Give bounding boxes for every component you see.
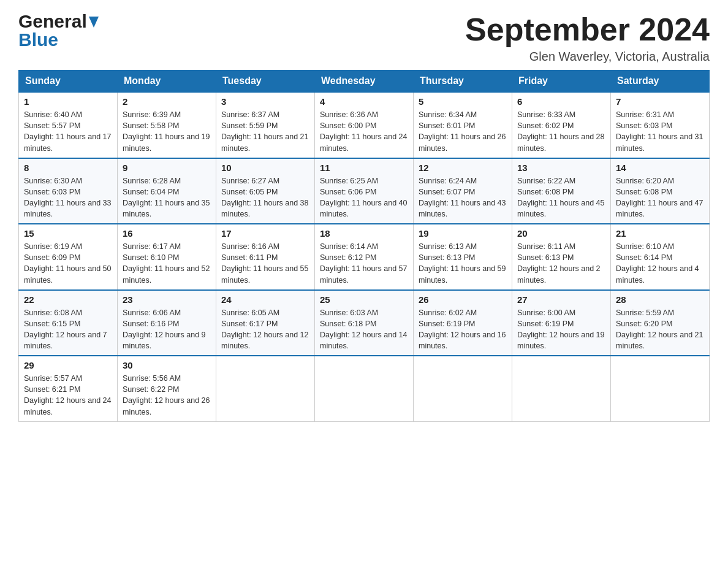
cell-sun-info: Sunrise: 6:33 AMSunset: 6:02 PMDaylight:… <box>517 109 605 154</box>
logo-blue-text: Blue <box>18 29 58 50</box>
cell-day-number: 18 <box>320 228 408 239</box>
calendar-table: Sunday Monday Tuesday Wednesday Thursday… <box>18 70 710 422</box>
cell-day-number: 10 <box>221 163 309 173</box>
cell-day-number: 2 <box>123 96 211 107</box>
cell-day-number: 20 <box>517 228 605 239</box>
cell-day-number: 30 <box>123 360 211 370</box>
cell-sun-info: Sunrise: 5:56 AMSunset: 6:22 PMDaylight:… <box>123 373 211 418</box>
table-row: 6Sunrise: 6:33 AMSunset: 6:02 PMDaylight… <box>512 92 611 158</box>
table-row: 20Sunrise: 6:11 AMSunset: 6:13 PMDayligh… <box>512 224 611 290</box>
title-block: September 2024 Glen Waverley, Victoria, … <box>465 12 710 64</box>
table-row <box>611 356 710 421</box>
table-row: 27Sunrise: 6:00 AMSunset: 6:19 PMDayligh… <box>512 290 611 356</box>
cell-day-number: 3 <box>221 96 309 107</box>
cell-sun-info: Sunrise: 6:08 AMSunset: 6:15 PMDaylight:… <box>24 307 112 352</box>
col-wednesday: Wednesday <box>315 71 414 93</box>
cell-day-number: 23 <box>123 294 211 305</box>
table-row: 16Sunrise: 6:17 AMSunset: 6:10 PMDayligh… <box>118 224 216 290</box>
col-monday: Monday <box>118 71 216 93</box>
cell-day-number: 24 <box>221 294 309 305</box>
cell-sun-info: Sunrise: 6:03 AMSunset: 6:18 PMDaylight:… <box>320 307 408 352</box>
table-row: 10Sunrise: 6:27 AMSunset: 6:05 PMDayligh… <box>216 158 315 224</box>
cell-sun-info: Sunrise: 6:36 AMSunset: 6:00 PMDaylight:… <box>320 109 408 154</box>
cell-sun-info: Sunrise: 6:37 AMSunset: 5:59 PMDaylight:… <box>221 109 309 154</box>
table-row <box>216 356 315 421</box>
logo-general-text: General <box>18 12 87 31</box>
cell-day-number: 28 <box>616 294 704 305</box>
cell-day-number: 11 <box>320 163 408 173</box>
cell-day-number: 12 <box>419 163 507 173</box>
col-friday: Friday <box>512 71 611 93</box>
table-row: 12Sunrise: 6:24 AMSunset: 6:07 PMDayligh… <box>414 158 512 224</box>
table-row: 13Sunrise: 6:22 AMSunset: 6:08 PMDayligh… <box>512 158 611 224</box>
cell-sun-info: Sunrise: 6:24 AMSunset: 6:07 PMDaylight:… <box>419 175 507 220</box>
table-row <box>315 356 414 421</box>
calendar-week-row: 8Sunrise: 6:30 AMSunset: 6:03 PMDaylight… <box>19 158 710 224</box>
cell-day-number: 21 <box>616 228 704 239</box>
table-row: 2Sunrise: 6:39 AMSunset: 5:58 PMDaylight… <box>118 92 216 158</box>
col-thursday: Thursday <box>414 71 512 93</box>
cell-sun-info: Sunrise: 6:05 AMSunset: 6:17 PMDaylight:… <box>221 307 309 352</box>
location-title: Glen Waverley, Victoria, Australia <box>465 50 710 64</box>
cell-sun-info: Sunrise: 6:10 AMSunset: 6:14 PMDaylight:… <box>616 241 704 286</box>
cell-day-number: 26 <box>419 294 507 305</box>
cell-sun-info: Sunrise: 6:22 AMSunset: 6:08 PMDaylight:… <box>517 175 605 220</box>
logo-triangle-icon <box>89 17 99 29</box>
table-row: 8Sunrise: 6:30 AMSunset: 6:03 PMDaylight… <box>19 158 118 224</box>
col-tuesday: Tuesday <box>216 71 315 93</box>
calendar-week-row: 15Sunrise: 6:19 AMSunset: 6:09 PMDayligh… <box>19 224 710 290</box>
table-row: 29Sunrise: 5:57 AMSunset: 6:21 PMDayligh… <box>19 356 118 421</box>
cell-sun-info: Sunrise: 6:11 AMSunset: 6:13 PMDaylight:… <box>517 241 605 286</box>
table-row: 11Sunrise: 6:25 AMSunset: 6:06 PMDayligh… <box>315 158 414 224</box>
cell-day-number: 7 <box>616 96 704 107</box>
cell-sun-info: Sunrise: 6:02 AMSunset: 6:19 PMDaylight:… <box>419 307 507 352</box>
cell-sun-info: Sunrise: 6:13 AMSunset: 6:13 PMDaylight:… <box>419 241 507 286</box>
calendar-week-row: 22Sunrise: 6:08 AMSunset: 6:15 PMDayligh… <box>19 290 710 356</box>
table-row <box>414 356 512 421</box>
table-row: 5Sunrise: 6:34 AMSunset: 6:01 PMDaylight… <box>414 92 512 158</box>
cell-day-number: 15 <box>24 228 112 239</box>
cell-day-number: 29 <box>24 360 112 370</box>
table-row: 17Sunrise: 6:16 AMSunset: 6:11 PMDayligh… <box>216 224 315 290</box>
cell-day-number: 14 <box>616 163 704 173</box>
cell-day-number: 22 <box>24 294 112 305</box>
cell-day-number: 1 <box>24 96 112 107</box>
col-saturday: Saturday <box>611 71 710 93</box>
page-header: General Blue September 2024 Glen Waverle… <box>18 12 710 64</box>
cell-sun-info: Sunrise: 6:27 AMSunset: 6:05 PMDaylight:… <box>221 175 309 220</box>
table-row: 23Sunrise: 6:06 AMSunset: 6:16 PMDayligh… <box>118 290 216 356</box>
cell-day-number: 25 <box>320 294 408 305</box>
cell-sun-info: Sunrise: 6:14 AMSunset: 6:12 PMDaylight:… <box>320 241 408 286</box>
calendar-week-row: 29Sunrise: 5:57 AMSunset: 6:21 PMDayligh… <box>19 356 710 421</box>
cell-day-number: 16 <box>123 228 211 239</box>
cell-day-number: 9 <box>123 163 211 173</box>
table-row: 24Sunrise: 6:05 AMSunset: 6:17 PMDayligh… <box>216 290 315 356</box>
cell-sun-info: Sunrise: 6:16 AMSunset: 6:11 PMDaylight:… <box>221 241 309 286</box>
table-row: 26Sunrise: 6:02 AMSunset: 6:19 PMDayligh… <box>414 290 512 356</box>
table-row: 1Sunrise: 6:40 AMSunset: 5:57 PMDaylight… <box>19 92 118 158</box>
table-row: 25Sunrise: 6:03 AMSunset: 6:18 PMDayligh… <box>315 290 414 356</box>
cell-day-number: 27 <box>517 294 605 305</box>
cell-sun-info: Sunrise: 5:59 AMSunset: 6:20 PMDaylight:… <box>616 307 704 352</box>
cell-day-number: 19 <box>419 228 507 239</box>
logo: General Blue <box>18 12 99 49</box>
cell-sun-info: Sunrise: 6:40 AMSunset: 5:57 PMDaylight:… <box>24 109 112 154</box>
cell-sun-info: Sunrise: 6:34 AMSunset: 6:01 PMDaylight:… <box>419 109 507 154</box>
calendar-header-row: Sunday Monday Tuesday Wednesday Thursday… <box>19 71 710 93</box>
cell-sun-info: Sunrise: 6:20 AMSunset: 6:08 PMDaylight:… <box>616 175 704 220</box>
table-row: 22Sunrise: 6:08 AMSunset: 6:15 PMDayligh… <box>19 290 118 356</box>
col-sunday: Sunday <box>19 71 118 93</box>
table-row: 9Sunrise: 6:28 AMSunset: 6:04 PMDaylight… <box>118 158 216 224</box>
cell-sun-info: Sunrise: 6:30 AMSunset: 6:03 PMDaylight:… <box>24 175 112 220</box>
cell-day-number: 5 <box>419 96 507 107</box>
table-row: 3Sunrise: 6:37 AMSunset: 5:59 PMDaylight… <box>216 92 315 158</box>
cell-day-number: 17 <box>221 228 309 239</box>
calendar-week-row: 1Sunrise: 6:40 AMSunset: 5:57 PMDaylight… <box>19 92 710 158</box>
table-row: 15Sunrise: 6:19 AMSunset: 6:09 PMDayligh… <box>19 224 118 290</box>
table-row: 14Sunrise: 6:20 AMSunset: 6:08 PMDayligh… <box>611 158 710 224</box>
table-row: 21Sunrise: 6:10 AMSunset: 6:14 PMDayligh… <box>611 224 710 290</box>
cell-day-number: 8 <box>24 163 112 173</box>
cell-sun-info: Sunrise: 6:31 AMSunset: 6:03 PMDaylight:… <box>616 109 704 154</box>
table-row: 4Sunrise: 6:36 AMSunset: 6:00 PMDaylight… <box>315 92 414 158</box>
cell-day-number: 4 <box>320 96 408 107</box>
